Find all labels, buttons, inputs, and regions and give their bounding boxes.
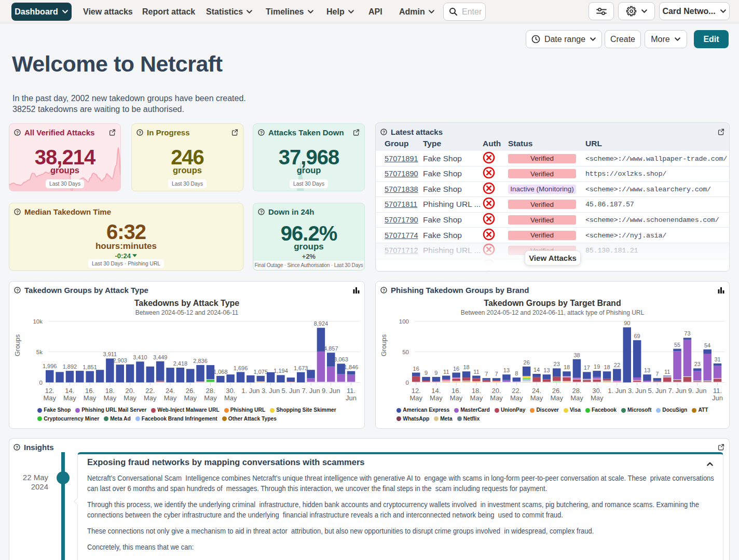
svg-text:11.: 11. xyxy=(713,387,722,395)
svg-text:May: May xyxy=(570,394,583,402)
svg-text:11.: 11. xyxy=(347,387,355,395)
svg-text:2,418: 2,418 xyxy=(173,360,188,367)
svg-text:3. Jun: 3. Jun xyxy=(262,387,280,395)
svg-text:14.: 14. xyxy=(431,387,441,395)
svg-text:1,194: 1,194 xyxy=(273,368,288,374)
svg-text:18.: 18. xyxy=(472,387,481,395)
svg-text:Jun: Jun xyxy=(346,394,357,402)
svg-text:3,449: 3,449 xyxy=(153,354,168,360)
svg-text:May: May xyxy=(510,394,523,402)
svg-text:16.: 16. xyxy=(85,387,94,395)
svg-text:30.: 30. xyxy=(226,387,235,395)
svg-text:26: 26 xyxy=(524,359,530,366)
svg-text:28.: 28. xyxy=(206,387,215,395)
svg-text:26.: 26. xyxy=(186,387,195,395)
svg-text:May: May xyxy=(550,394,563,402)
svg-text:May: May xyxy=(63,394,76,402)
svg-text:1,696: 1,696 xyxy=(234,365,248,371)
svg-text:May: May xyxy=(84,394,97,402)
svg-text:May: May xyxy=(470,394,483,402)
svg-text:5. Jun: 5. Jun xyxy=(648,387,666,395)
svg-text:30.: 30. xyxy=(592,387,601,395)
svg-text:13: 13 xyxy=(644,367,650,373)
svg-text:?: ? xyxy=(382,130,385,135)
svg-text:1. Jun: 1. Jun xyxy=(608,387,626,395)
svg-text:?: ? xyxy=(260,130,263,135)
svg-text:3,063: 3,063 xyxy=(334,356,348,362)
svg-text:1,851: 1,851 xyxy=(83,364,97,370)
svg-text:10k: 10k xyxy=(33,318,43,325)
svg-text:16: 16 xyxy=(413,366,419,372)
svg-text:31: 31 xyxy=(714,356,720,362)
svg-text:1,068: 1,068 xyxy=(213,369,228,375)
svg-text:Jun: Jun xyxy=(712,394,723,402)
svg-text:May: May xyxy=(530,394,543,402)
svg-text:May: May xyxy=(43,394,56,402)
svg-text:14: 14 xyxy=(533,367,540,373)
svg-text:19: 19 xyxy=(594,363,600,370)
svg-text:1,996: 1,996 xyxy=(43,363,57,369)
svg-text:50: 50 xyxy=(402,349,409,355)
svg-text:Groups: Groups xyxy=(380,334,388,356)
svg-text:8: 8 xyxy=(515,370,518,376)
svg-text:May: May xyxy=(164,394,177,402)
svg-text:May: May xyxy=(124,394,136,402)
svg-text:22: 22 xyxy=(614,362,620,368)
svg-text:54: 54 xyxy=(704,342,710,348)
svg-text:9. Jun: 9. Jun xyxy=(688,387,706,395)
svg-text:7. Jun: 7. Jun xyxy=(302,387,320,395)
svg-text:90: 90 xyxy=(624,320,630,326)
svg-text:7: 7 xyxy=(485,371,488,377)
svg-text:May: May xyxy=(450,394,463,402)
svg-text:5k: 5k xyxy=(36,349,43,355)
svg-text:0: 0 xyxy=(39,380,43,386)
svg-text:9: 9 xyxy=(425,370,428,376)
svg-text:1,673: 1,673 xyxy=(294,365,308,371)
svg-text:0: 0 xyxy=(406,380,409,386)
svg-text:11: 11 xyxy=(443,369,449,375)
svg-text:55: 55 xyxy=(674,342,680,348)
svg-text:28.: 28. xyxy=(572,387,581,395)
svg-text:7. Jun: 7. Jun xyxy=(668,387,686,395)
svg-text:7: 7 xyxy=(495,371,498,377)
svg-text:3,410: 3,410 xyxy=(133,354,147,360)
svg-text:12.: 12. xyxy=(45,387,54,395)
svg-text:?: ? xyxy=(139,130,141,135)
svg-text:Groups: Groups xyxy=(13,334,21,356)
svg-text:May: May xyxy=(430,394,443,402)
svg-text:?: ? xyxy=(260,209,263,215)
svg-text:9. Jun: 9. Jun xyxy=(322,387,340,395)
svg-text:18: 18 xyxy=(564,364,570,370)
svg-text:24.: 24. xyxy=(166,387,175,395)
svg-text:14.: 14. xyxy=(65,387,74,395)
svg-text:11: 11 xyxy=(664,369,670,375)
svg-text:4,857: 4,857 xyxy=(324,345,338,352)
svg-text:May: May xyxy=(490,394,503,402)
svg-text:8,924: 8,924 xyxy=(314,320,329,327)
svg-text:20.: 20. xyxy=(492,387,501,395)
svg-text:9: 9 xyxy=(434,370,437,376)
svg-text:May: May xyxy=(104,394,117,402)
svg-text:18: 18 xyxy=(463,364,469,370)
svg-text:12.: 12. xyxy=(412,387,421,395)
svg-text:2,836: 2,836 xyxy=(193,358,208,364)
svg-text:3. Jun: 3. Jun xyxy=(628,387,646,395)
svg-text:May: May xyxy=(144,394,157,402)
svg-text:22.: 22. xyxy=(145,387,155,395)
svg-text:7: 7 xyxy=(655,371,659,377)
svg-text:13: 13 xyxy=(543,367,550,373)
svg-text:1,846: 1,846 xyxy=(344,364,359,370)
svg-text:?: ? xyxy=(16,130,19,135)
svg-text:1,892: 1,892 xyxy=(63,363,77,370)
svg-text:23: 23 xyxy=(694,361,701,367)
svg-text:18: 18 xyxy=(604,364,610,370)
svg-text:?: ? xyxy=(16,209,19,215)
svg-text:3,911: 3,911 xyxy=(103,351,117,357)
svg-text:11: 11 xyxy=(473,369,479,375)
svg-text:May: May xyxy=(184,394,197,402)
svg-text:24.: 24. xyxy=(532,387,541,395)
svg-text:100: 100 xyxy=(399,318,409,325)
svg-text:?: ? xyxy=(16,445,18,450)
svg-text:May: May xyxy=(204,394,217,402)
svg-text:1. Jun: 1. Jun xyxy=(241,387,259,395)
